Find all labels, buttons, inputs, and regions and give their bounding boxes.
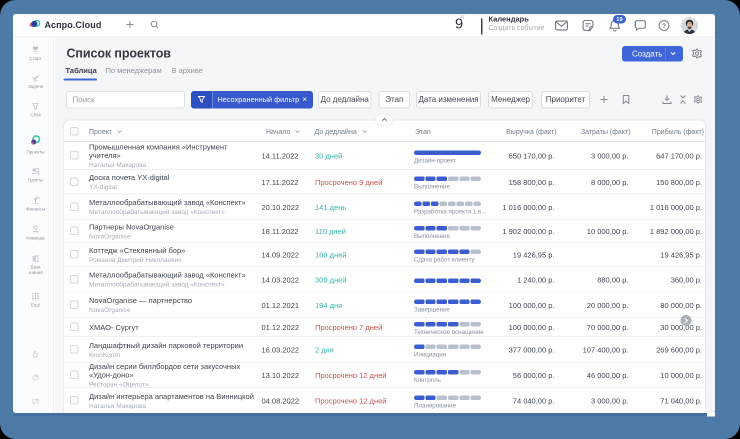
svg-text:?: ? [662,22,666,29]
